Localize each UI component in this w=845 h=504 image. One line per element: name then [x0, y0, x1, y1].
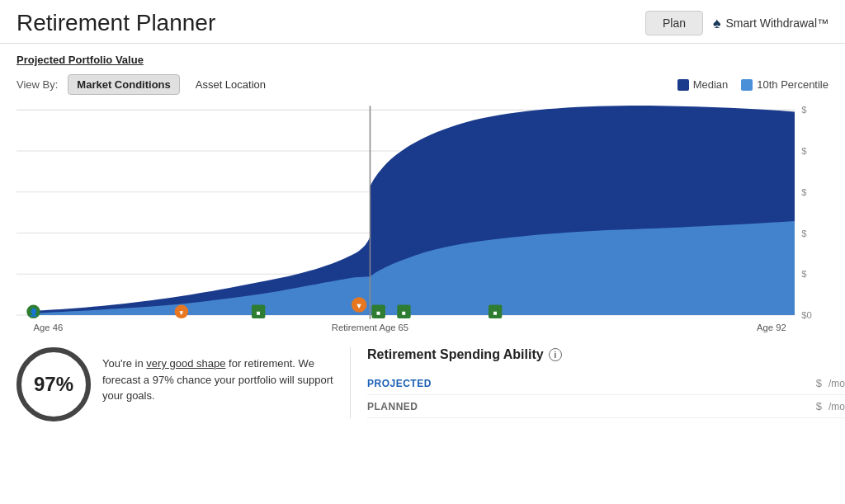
svg-text:Age 92: Age 92: [757, 323, 786, 332]
svg-text:$: $: [801, 187, 807, 197]
forecast-description: You're in very good shape for retirement…: [102, 347, 333, 404]
svg-text:Retirement Age 65: Retirement Age 65: [332, 323, 408, 332]
chart-legend: Median 10th Percentile: [677, 78, 828, 91]
10th-percentile-color-box: [741, 79, 753, 91]
svg-text:$0: $0: [801, 310, 812, 320]
spending-ability-info-icon[interactable]: i: [549, 348, 562, 361]
svg-text:▼: ▼: [356, 302, 363, 310]
svg-text:$: $: [801, 105, 807, 115]
bottom-section: 97% You're in very good shape for retire…: [0, 347, 845, 422]
smart-withdrawal-icon: ♠: [713, 15, 721, 32]
spending-ability-title: Retirement Spending Ability i: [367, 347, 845, 362]
header-actions: Plan ♠ Smart Withdrawal™: [645, 11, 828, 35]
smart-withdrawal-button[interactable]: ♠ Smart Withdrawal™: [713, 15, 828, 32]
legend-10th-percentile: 10th Percentile: [741, 78, 828, 91]
app-header: Retirement Planner Plan ♠ Smart Withdraw…: [0, 0, 845, 44]
svg-text:■: ■: [376, 309, 380, 317]
view-by-row: View By: Market Conditions Asset Locatio…: [17, 74, 828, 95]
legend-median: Median: [677, 78, 729, 91]
retirement-score-circle: 97%: [17, 347, 91, 422]
svg-text:$: $: [801, 269, 807, 279]
view-market-conditions-button[interactable]: Market Conditions: [68, 74, 179, 95]
planned-per-mo: /mo: [828, 401, 845, 412]
svg-text:■: ■: [257, 309, 261, 317]
svg-text:■: ■: [493, 309, 498, 317]
svg-text:Age 46: Age 46: [34, 323, 64, 332]
projected-portfolio-label: Projected Portfolio Value: [17, 54, 828, 66]
planned-dollar: $: [816, 400, 822, 412]
spending-ability-label: Retirement Spending Ability: [367, 347, 544, 362]
planned-label: PLANNED: [367, 401, 418, 412]
spending-ability-section: Retirement Spending Ability i PROJECTED …: [350, 347, 845, 418]
planned-values: $ /mo: [816, 400, 845, 412]
projected-dollar: $: [816, 377, 822, 389]
portfolio-chart[interactable]: $ $ $ $ $ $0 Retirement Age 65 Age 46 Ag…: [17, 101, 828, 341]
view-asset-location-button[interactable]: Asset Location: [186, 74, 275, 95]
svg-text:▼: ▼: [178, 309, 185, 317]
svg-text:$: $: [801, 146, 807, 156]
svg-text:$: $: [801, 228, 807, 238]
median-label: Median: [693, 78, 729, 91]
svg-text:■: ■: [402, 309, 406, 317]
10th-percentile-label: 10th Percentile: [757, 78, 828, 91]
svg-text:👤: 👤: [29, 308, 39, 318]
page-title: Retirement Planner: [17, 10, 215, 36]
main-content: Projected Portfolio Value View By: Marke…: [0, 44, 845, 341]
median-color-box: [677, 79, 689, 91]
view-by-controls: View By: Market Conditions Asset Locatio…: [17, 74, 275, 95]
planned-spending-row: PLANNED $ /mo: [367, 395, 845, 418]
chart-svg: $ $ $ $ $ $0 Retirement Age 65 Age 46 Ag…: [17, 101, 828, 341]
plan-button[interactable]: Plan: [645, 11, 703, 35]
smart-withdrawal-label: Smart Withdrawal™: [726, 16, 828, 30]
projected-per-mo: /mo: [828, 378, 845, 389]
projected-values: $ /mo: [816, 377, 845, 389]
view-by-label: View By:: [17, 78, 58, 91]
projected-spending-row: PROJECTED $ /mo: [367, 372, 845, 395]
projected-label: PROJECTED: [367, 378, 432, 389]
retirement-score-value: 97%: [34, 373, 73, 396]
